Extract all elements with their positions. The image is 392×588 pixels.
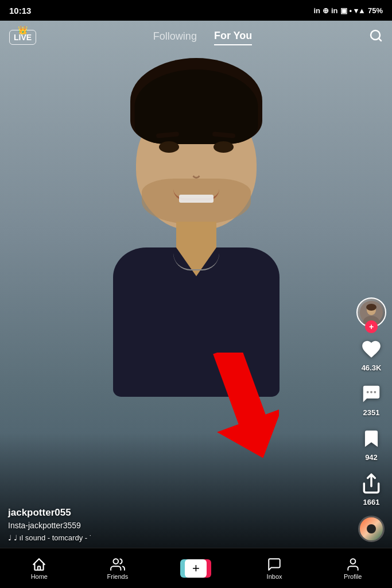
bookmark-icon [359,426,384,451]
battery-icon: 75% [368,6,383,15]
status-time: 10:13 [9,6,31,16]
crown-icon: 👑 [18,25,28,34]
linkedin-icon: in [313,6,320,15]
video-player[interactable] [0,21,392,548]
comment-button[interactable]: 2351 [359,381,384,417]
creator-username[interactable]: jackpotter055 [8,507,346,519]
right-sidebar: + 46.3K 2351 942 [356,297,386,542]
music-note-icon: ♩ [8,533,11,542]
like-count: 46.3K [362,363,382,372]
svg-point-8 [370,391,372,393]
comment-icon [359,381,384,407]
status-icons: in ⊕ in ▣ • ▾▲ 75% [313,6,383,15]
nav-inbox[interactable]: Inbox [235,557,314,580]
plus-icon: + [192,562,200,575]
cast-icon: ⊕ [323,6,329,15]
comment-count: 2351 [363,408,380,417]
sound-name: ♩ ıl sound - tomcardy - ˙ [14,533,92,542]
creator-avatar-container: + [356,297,386,327]
search-button[interactable] [369,29,383,46]
bookmark-count: 942 [365,453,378,462]
wifi-icon: ▾▲ [354,6,366,15]
add-button-center: + [185,559,207,578]
video-background [0,21,392,548]
sound-info[interactable]: ♩ ♩ ıl sound - tomcardy - ˙ [8,533,346,542]
nav-add[interactable]: + [157,559,235,578]
profile-label: Profile [344,573,362,580]
add-video-button[interactable]: + [183,559,209,578]
like-icon [359,336,384,362]
inbox-label: Inbox [267,573,282,580]
video-caption: Insta-jackpotter3559 [8,521,346,530]
red-arrow [176,353,279,467]
video-info: jackpotter055 Insta-jackpotter3559 ♩ ♩ ı… [8,507,346,542]
nav-profile[interactable]: Profile [313,557,392,580]
linkedin2-icon: in [331,6,338,15]
share-icon [359,471,384,496]
follow-button[interactable]: + [365,320,378,333]
bottom-navigation: Home Friends + Inbox Profile [0,548,392,588]
for-you-tab[interactable]: For You [214,30,252,45]
music-disc[interactable] [358,516,385,542]
live-button[interactable]: 👑 LIVE [9,30,36,44]
music-disc-center [367,524,376,533]
status-bar: 10:13 in ⊕ in ▣ • ▾▲ 75% [0,0,392,21]
nav-friends[interactable]: Friends [79,557,157,580]
nav-tabs: Following For You [153,30,252,45]
following-tab[interactable]: Following [153,30,197,45]
game-icon: ▣ [340,6,347,15]
share-count: 1661 [363,498,380,506]
friends-label: Friends [107,573,129,580]
svg-point-9 [374,391,376,393]
share-button[interactable]: 1661 [359,471,384,506]
nav-home[interactable]: Home [0,557,79,580]
svg-point-7 [367,391,369,393]
top-navigation: 👑 LIVE Following For You [0,21,392,54]
like-button[interactable]: 46.3K [359,336,384,372]
live-label: LIVE [14,33,32,42]
svg-marker-0 [191,353,278,467]
home-label: Home [31,573,48,580]
svg-line-2 [379,38,381,41]
dot-icon: • [350,6,352,15]
svg-point-6 [366,304,377,311]
bookmark-button[interactable]: 942 [359,426,384,462]
